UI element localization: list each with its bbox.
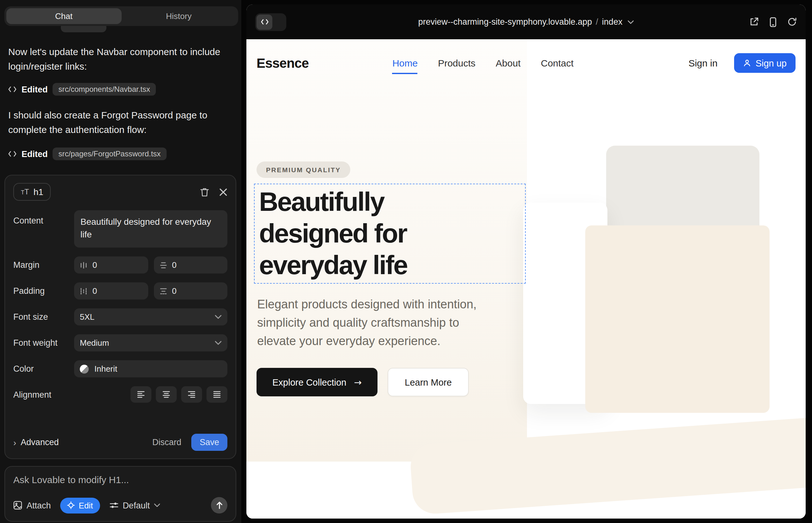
- learn-more-button[interactable]: Learn More: [388, 368, 469, 396]
- font-size-select[interactable]: 5XL: [74, 308, 227, 325]
- align-left-icon: [137, 391, 145, 398]
- hero-heading-line: designed for: [259, 218, 520, 250]
- element-tag-pill: TT h1: [13, 183, 51, 201]
- default-mode-button[interactable]: Default: [109, 501, 161, 510]
- sign-up-button[interactable]: Sign up: [734, 53, 796, 73]
- code-icon: [8, 86, 16, 92]
- preview-url: preview--charming-site-symphony.lovable.…: [418, 17, 592, 26]
- browser-actions: [749, 17, 797, 27]
- font-size-row: Font size 5XL: [13, 308, 227, 325]
- composer-toolbar: Attach Edit Default: [13, 497, 227, 513]
- selected-h1-element[interactable]: Beautifully designed for everyday life: [254, 184, 526, 284]
- decorative-shape: [585, 226, 770, 413]
- hero-cta-group: Explore Collection → Learn More: [257, 368, 469, 396]
- align-right-icon: [188, 391, 196, 398]
- arrow-right-icon: →: [354, 377, 362, 387]
- hero-badge: PREMIUM QUALITY: [257, 161, 350, 178]
- align-left-button[interactable]: [130, 386, 152, 403]
- url-bar[interactable]: preview--charming-site-symphony.lovable.…: [418, 17, 634, 26]
- chevron-down-icon: [215, 341, 222, 345]
- attach-button[interactable]: Attach: [13, 501, 51, 510]
- editor-footer: › Advanced Discard Save: [13, 434, 227, 451]
- margin-x-icon: [80, 261, 87, 269]
- refresh-button[interactable]: [787, 17, 797, 26]
- edited-file-row: Edited src/pages/ForgotPassword.tsx: [8, 147, 166, 161]
- mobile-view-button[interactable]: [770, 17, 777, 27]
- element-editor-panel: TT h1 Content Beautifully designed for e…: [4, 175, 236, 459]
- save-button[interactable]: Save: [191, 434, 227, 451]
- padding-x-input[interactable]: 0: [74, 283, 148, 300]
- preview-window: preview--charming-site-symphony.lovable.…: [246, 4, 806, 519]
- padding-y-icon: [159, 287, 167, 295]
- tab-history[interactable]: History: [121, 8, 236, 24]
- discard-button[interactable]: Discard: [152, 437, 181, 447]
- chevron-down-icon: [215, 315, 222, 319]
- hero-heading-line: Beautifully: [259, 186, 520, 218]
- close-icon[interactable]: [219, 188, 227, 196]
- padding-x-icon: [80, 287, 87, 295]
- browser-toolbar: preview--charming-site-symphony.lovable.…: [246, 4, 806, 39]
- align-justify-icon: [213, 391, 221, 398]
- chevron-right-icon: ›: [13, 437, 16, 447]
- content-row: Content Beautifully designed for everyda…: [13, 210, 227, 248]
- open-external-button[interactable]: [749, 17, 759, 26]
- align-justify-button[interactable]: [207, 386, 227, 403]
- file-path-badge[interactable]: src/components/Navbar.tsx: [53, 83, 156, 96]
- margin-row: Margin 0 0: [13, 256, 227, 273]
- alignment-row: Alignment: [13, 386, 227, 403]
- external-link-icon: [749, 17, 759, 26]
- font-weight-row: Font weight Medium: [13, 334, 227, 351]
- text-size-icon: TT: [21, 188, 29, 196]
- padding-row: Padding 0 0: [13, 283, 227, 300]
- nav-link-about[interactable]: About: [496, 58, 520, 68]
- tab-chat[interactable]: Chat: [6, 8, 121, 24]
- file-path-badge[interactable]: src/pages/ForgotPassword.tsx: [53, 147, 166, 160]
- color-label: Color: [13, 364, 74, 374]
- code-preview-toggle[interactable]: [255, 13, 286, 31]
- site-preview: Essence Home Products About Contact Sign…: [246, 39, 806, 519]
- editor-header: TT h1: [13, 183, 227, 201]
- refresh-icon: [787, 17, 797, 26]
- font-weight-select[interactable]: Medium: [74, 334, 227, 351]
- nav-link-products[interactable]: Products: [438, 58, 475, 68]
- edited-file-row: Edited src/components/Navbar.tsx: [8, 82, 156, 96]
- margin-label: Margin: [13, 260, 74, 270]
- send-arrow-icon: [216, 502, 223, 509]
- composer-input[interactable]: [13, 474, 227, 485]
- site-navbar: Essence Home Products About Contact Sign…: [246, 39, 806, 87]
- send-button[interactable]: [211, 497, 227, 513]
- sliders-icon: [109, 502, 118, 509]
- align-right-button[interactable]: [181, 386, 202, 403]
- color-row: Color Inherit: [13, 360, 227, 377]
- advanced-toggle[interactable]: › Advanced: [13, 437, 58, 447]
- font-weight-label: Font weight: [13, 338, 74, 348]
- trash-icon[interactable]: [200, 187, 209, 197]
- path-separator: /: [596, 17, 598, 26]
- sign-in-button[interactable]: Sign in: [688, 58, 718, 68]
- margin-x-input[interactable]: 0: [74, 256, 148, 273]
- chat-message: I should also create a Forgot Password p…: [8, 108, 227, 137]
- nav-link-contact[interactable]: Contact: [541, 58, 573, 68]
- edit-mode-button[interactable]: Edit: [60, 497, 100, 513]
- edit-target-icon: [68, 502, 75, 509]
- site-logo[interactable]: Essence: [257, 55, 309, 71]
- chat-history-tabs: Chat History: [4, 6, 238, 26]
- nav-link-home[interactable]: Home: [392, 58, 418, 68]
- site-auth: Sign in Sign up: [688, 53, 796, 73]
- code-icon: [257, 14, 272, 30]
- edited-label: Edited: [21, 149, 48, 159]
- color-swatch: [80, 364, 89, 373]
- user-icon: [743, 59, 751, 67]
- page-name: index: [602, 17, 623, 26]
- chevron-down-icon: [154, 503, 161, 507]
- app: Chat History Now let's update the Navbar…: [0, 0, 812, 523]
- content-input[interactable]: Beautifully designed for everyday life: [74, 210, 227, 248]
- align-center-icon: [162, 391, 170, 398]
- color-select[interactable]: Inherit: [74, 360, 227, 377]
- margin-y-input[interactable]: 0: [154, 256, 227, 273]
- padding-y-input[interactable]: 0: [154, 283, 227, 300]
- chat-message: Now let's update the Navbar component to…: [8, 44, 227, 73]
- explore-collection-button[interactable]: Explore Collection →: [257, 368, 377, 396]
- align-center-button[interactable]: [156, 386, 177, 403]
- mobile-icon: [770, 17, 777, 27]
